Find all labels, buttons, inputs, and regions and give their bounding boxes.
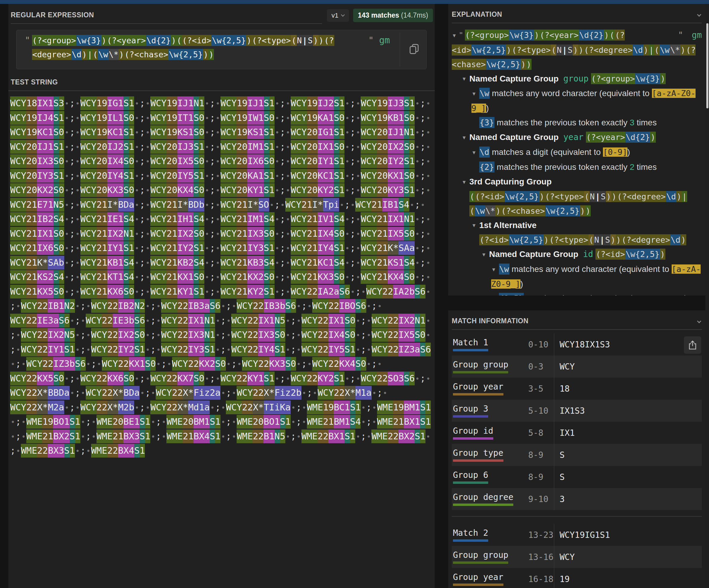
test-token[interactable]: WCY20KA1S1: [220, 169, 274, 183]
test-token[interactable]: WCY20KX4S0: [150, 183, 204, 197]
test-token[interactable]: WCY22IY5S1: [301, 343, 356, 357]
match-info-row[interactable]: Group type8-9S: [452, 444, 702, 466]
explanation-item[interactable]: ▼Named Capture Group year(?<year>\d{2}): [452, 130, 702, 145]
test-token[interactable]: WCY19KB1S0: [361, 111, 415, 125]
test-token[interactable]: WME22BX3S1: [21, 444, 75, 458]
test-token[interactable]: WCY20KY3S1: [361, 183, 415, 197]
test-token[interactable]: WCY22IX2N5: [21, 328, 75, 342]
test-token[interactable]: WCY22IE3bS6: [86, 314, 145, 328]
test-token[interactable]: WCY21IX2N1: [80, 227, 134, 241]
test-token[interactable]: WCY20IY4S1: [80, 169, 134, 183]
test-token[interactable]: WCY20KX3S0: [80, 183, 134, 197]
tree-collapse-arrow-icon[interactable]: ▼: [452, 29, 459, 43]
test-token[interactable]: WCY21KX5S0: [10, 285, 64, 299]
test-token[interactable]: WCY22KY2S1: [291, 372, 345, 386]
test-token[interactable]: WCY20IX2S0: [361, 140, 415, 154]
match-info-row[interactable]: Group id5-8IX1: [452, 422, 702, 444]
test-token[interactable]: WME19BM1S1: [377, 400, 431, 415]
match-info-row[interactable]: Group degree9-103: [452, 488, 702, 510]
test-token[interactable]: WCY22KX1S0: [102, 357, 156, 371]
tree-collapse-arrow-icon[interactable]: ▼: [481, 248, 489, 262]
test-token[interactable]: WCY21KY1S1: [150, 285, 204, 299]
regex-code[interactable]: "(?<group>\w{3})(?<year>\d{2})((?<id>\w{…: [25, 33, 334, 61]
test-token[interactable]: WCY20IX4S0: [80, 154, 134, 168]
test-token[interactable]: WCY21KX6S0: [80, 285, 134, 299]
test-token[interactable]: WCY21IX1N1: [361, 212, 415, 226]
test-token[interactable]: WCY22X*M1a: [318, 386, 372, 400]
test-token[interactable]: WCY20IJ1N1: [361, 125, 415, 139]
test-token[interactable]: WCY21I*BDa: [80, 198, 134, 212]
test-token[interactable]: WCY18IX1S3: [10, 96, 64, 110]
test-token[interactable]: WCY22IB2N2: [91, 299, 145, 313]
test-token[interactable]: WCY19KC1S1: [80, 125, 134, 139]
test-token[interactable]: WME19BC1S1: [307, 400, 361, 415]
test-token[interactable]: WCY21IX1S0: [10, 227, 64, 241]
test-token[interactable]: WME21BX4S1: [166, 429, 220, 444]
test-token[interactable]: WCY21IB2S4: [10, 212, 64, 226]
test-token[interactable]: WCY22X*Fiz2a: [156, 386, 220, 400]
test-token[interactable]: WCY22IZ3aS6: [372, 343, 431, 357]
explanation-item[interactable]: ▼Named Capture Group group(?<group>\w{3}…: [452, 72, 702, 87]
test-string-editor[interactable]: WCY18IX1S3•;•WCY19IG1S1•;•WCY19IJ1N1•;•W…: [10, 96, 433, 458]
test-token[interactable]: WCY22X*Fiz2b: [237, 386, 301, 400]
tree-collapse-arrow-icon[interactable]: ▼: [491, 263, 499, 277]
test-token[interactable]: WCY22X*M2b: [80, 400, 134, 415]
test-token[interactable]: WCY21I*BDb: [150, 198, 204, 212]
test-token[interactable]: WCY21KX4S0: [361, 270, 415, 284]
page-scrollbar[interactable]: [705, 4, 709, 588]
collapse-chevron-icon[interactable]: [697, 12, 701, 17]
test-token[interactable]: WCY21IX6S0: [10, 241, 64, 255]
test-token[interactable]: WCY22KX2S0: [172, 357, 226, 371]
collapse-chevron-icon[interactable]: [697, 319, 701, 323]
test-token[interactable]: WME19BO1S1: [26, 415, 80, 429]
explanation-item[interactable]: ▼\d matches a digit (equivalent to [0-9]…: [452, 145, 702, 160]
test-token[interactable]: WCY22IY3S1: [161, 343, 215, 357]
test-token[interactable]: WCY22IA2aS6: [291, 285, 350, 299]
test-token[interactable]: WCY19IJ2S1: [291, 96, 345, 110]
version-dropdown[interactable]: v1: [327, 9, 349, 22]
test-token[interactable]: WCY19KA1S0: [291, 111, 345, 125]
match-info-row[interactable]: Group year3-518: [452, 377, 702, 400]
test-token[interactable]: WCY20IJ3S1: [150, 140, 204, 154]
explanation-item[interactable]: ▼3rd Capturing Group ((?<id>\w{2,5})(?<t…: [452, 175, 702, 218]
regex-flags-area[interactable]: "gm: [368, 33, 390, 47]
explanation-item[interactable]: ▼1st Alternative (?<id>\w{2,5})(?<type>(…: [452, 218, 702, 247]
test-token[interactable]: WCY21IE1S4: [80, 212, 134, 226]
test-token[interactable]: WCY22IX4S0: [301, 328, 356, 342]
test-token[interactable]: WCY22IBOS6: [312, 299, 366, 313]
test-token[interactable]: WCY20IY1S1: [291, 154, 345, 168]
match-info-row[interactable]: Group 35-10IX1S3: [452, 400, 702, 422]
explanation-item[interactable]: ▼Named Capture Group id(?<id>\w{2,5}): [452, 247, 702, 262]
test-token[interactable]: WCY19KS1S0: [150, 125, 204, 139]
test-token[interactable]: WCY21K*SAa: [361, 241, 415, 255]
scrollbar-thumb[interactable]: [706, 23, 708, 108]
test-token[interactable]: WCY22IB3bS6: [237, 299, 296, 313]
match-info-row[interactable]: Group 68-9S: [452, 466, 702, 488]
test-token[interactable]: WME20BE1S1: [97, 415, 151, 429]
test-token[interactable]: WCY19IT1S0: [150, 111, 204, 125]
test-token[interactable]: WCY22IX1N1: [161, 314, 215, 328]
test-token[interactable]: WCY21KT1S4: [80, 270, 134, 284]
test-token[interactable]: WCY22X*BDa: [86, 386, 140, 400]
test-token[interactable]: WCY22IX5S0: [372, 328, 426, 342]
test-token[interactable]: WCY22KX3S0: [242, 357, 296, 371]
test-token[interactable]: WME22BX4S1: [91, 444, 145, 458]
match-info-row[interactable]: Group group0-3WCY: [452, 356, 702, 377]
test-token[interactable]: WCY21KS2S4: [10, 270, 64, 284]
test-token[interactable]: WCY22X*Md1a: [150, 400, 210, 415]
test-token[interactable]: WCY22X*M2a: [10, 400, 64, 415]
test-token[interactable]: WCY22IX2N1: [372, 314, 426, 328]
tree-collapse-arrow-icon[interactable]: ▼: [462, 131, 469, 145]
test-token[interactable]: WME22BX2S1: [371, 429, 425, 444]
test-token[interactable]: WCY20IY2S1: [361, 154, 415, 168]
test-token[interactable]: WCY19KC1S0: [10, 125, 64, 139]
match-info-row[interactable]: Match 10-10WCY18IX1S3: [452, 333, 702, 356]
match-info-row[interactable]: Group group13-16WCY: [452, 546, 702, 568]
test-token[interactable]: WCY20IX3S0: [10, 154, 64, 168]
test-token[interactable]: WCY21IY3S1: [220, 241, 274, 255]
regex-input[interactable]: "(?<group>\w{3})(?<year>\d{2})((?<id>\w{…: [16, 30, 427, 69]
test-token[interactable]: WCY21IX5S0: [361, 227, 415, 241]
test-token[interactable]: WME21BX1S1: [377, 415, 431, 429]
export-matches-button[interactable]: [684, 336, 701, 354]
test-token[interactable]: WCY21KB2S4: [150, 256, 204, 270]
